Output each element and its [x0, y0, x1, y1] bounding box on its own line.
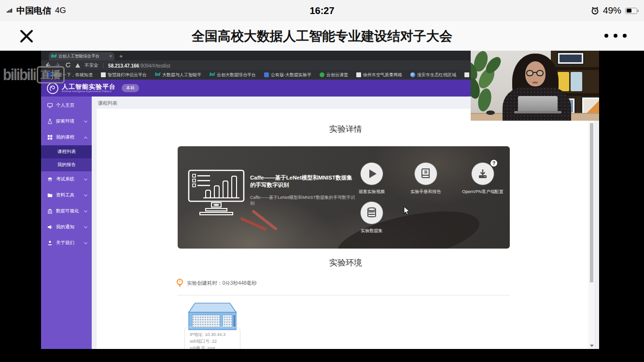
chevron-up-icon — [84, 136, 87, 139]
sidebar-item-home[interactable]: 个人主页 — [41, 97, 92, 113]
play-icon — [369, 169, 377, 178]
sidebar-item-courses[interactable]: 我的课程 — [41, 129, 92, 145]
url-address[interactable]: 58.213.47.166:9094/#/testlist — [108, 61, 170, 70]
not-secure-icon — [75, 63, 80, 68]
live-room-title: 全国高校大数据人工智能专业建设结对子大会 — [0, 28, 644, 45]
server-ip: IP地址: 10.30.44.3 — [190, 331, 235, 338]
chevron-down-icon — [84, 240, 87, 244]
server-info-card: IP地址: 10.30.44.3 ssh端口号: 22 ssh账号: root — [184, 327, 240, 349]
dataset-button[interactable] — [361, 202, 383, 224]
breadcrumb: 课程列表 — [98, 100, 117, 107]
scrollbar-thumb[interactable] — [590, 123, 593, 282]
page-favicon — [464, 72, 469, 77]
book-icon — [420, 168, 431, 180]
page-favicon — [356, 72, 361, 77]
watch-video-button[interactable] — [361, 163, 383, 185]
book-blue — [571, 72, 582, 91]
photo-frame — [557, 52, 585, 65]
laptop-base — [514, 111, 561, 113]
server-ssh-user: ssh账号: root — [190, 345, 235, 349]
sidebar-subitem-course-list[interactable]: 课程列表 — [41, 145, 92, 158]
elapsed-row: 实验创建耗时：0分3秒448毫秒 — [176, 278, 257, 288]
scrollbar-track[interactable] — [588, 109, 595, 349]
mouse-cursor — [404, 207, 410, 215]
bilibili-logo: bilibili — [3, 66, 36, 84]
sidebar-item-explore[interactable]: 探索环境 — [41, 113, 92, 129]
battery-icon — [625, 8, 637, 14]
bookmark-smart-lamp[interactable]: 智慧路灯伴侣云平台 — [101, 72, 147, 78]
help-badge[interactable]: ? — [490, 160, 497, 167]
presenter-webcam — [471, 51, 599, 121]
chart-monitor-illustration — [187, 169, 245, 217]
bookmark-huaian-ecology[interactable]: 淮安市生态红线区域 — [410, 72, 456, 78]
chevron-down-icon — [84, 119, 87, 122]
sidebar-item-data-viz[interactable]: 数据可视化 — [41, 203, 92, 219]
platform-logo-icon — [47, 83, 58, 94]
monitor-icon — [47, 103, 53, 108]
bilibili-watermark: bilibili 直播 — [3, 66, 65, 84]
sidebar-item-about[interactable]: 关于我们 — [41, 235, 92, 251]
manual-report-button[interactable] — [415, 163, 437, 185]
main-content: 课程列表 实验详情 — [92, 97, 599, 349]
course-description: Caffe——基于LeNet模型和MNIST数据集的手写数字识别 — [250, 195, 355, 206]
new-tab-icon[interactable]: + — [119, 53, 123, 60]
sidebar: 个人主页 探索环境 我的课程 课程列表 我的报告 — [41, 97, 92, 349]
experiment-env-heading: 实验环境 — [97, 257, 595, 268]
blue-favicon — [264, 72, 269, 77]
courses-submenu: 课程列表 我的报告 — [41, 145, 92, 171]
experiment-detail-heading: 实验详情 — [97, 124, 595, 135]
openvpn-config-label: OpenVPN客户端配置 — [449, 189, 510, 195]
chevron-down-icon — [84, 224, 87, 228]
book-yellow — [558, 72, 569, 91]
sidebar-item-notifications[interactable]: 我的通知 — [41, 219, 92, 235]
content-panel: 实验详情 — [97, 109, 595, 349]
laptop — [518, 96, 558, 111]
dataset-label: 实验数据集 — [338, 228, 406, 234]
chevron-down-icon — [84, 177, 87, 180]
platform-title: 人工智能实验平台 — [62, 84, 116, 90]
bulb-icon — [176, 278, 183, 288]
live-title-bar: 全国高校大数据人工智能专业建设结对子大会 — [0, 21, 644, 51]
megaphone-icon — [47, 224, 53, 230]
folder-icon — [47, 193, 53, 198]
bookmark-public-lab[interactable]: 公有版-大数据实验平 — [264, 72, 311, 78]
database-icon — [366, 207, 377, 219]
globe-favicon — [410, 72, 415, 77]
tab-close-icon[interactable]: × — [109, 54, 112, 59]
elapsed-text: 实验创建耗时：0分3秒448毫秒 — [187, 280, 257, 287]
bookmark-bigdata-ai[interactable]: bd大数据与人工智能平 — [155, 72, 201, 78]
openvpn-config-button[interactable] — [472, 163, 494, 185]
graduation-cap-icon — [47, 177, 53, 182]
reload-icon[interactable] — [65, 62, 71, 68]
bookmark-yunchuang-bigdata[interactable]: bd云创大数据综合平台 — [210, 72, 256, 78]
scrollbar-down-arrow[interactable] — [590, 345, 594, 347]
course-card: Caffe——基于LeNet模型和MNIST数据集的手写数字识别 Caffe——… — [178, 146, 510, 249]
bookmark-cloud-class[interactable]: 云创云课堂 — [320, 72, 348, 78]
url-host: 58.213.47.166 — [108, 63, 139, 69]
platform-brand: 人工智能实验平台 Artificial Intelligence Experim… — [62, 84, 116, 93]
grid-icon — [47, 135, 53, 140]
presenter-lips — [532, 82, 538, 84]
edition-badge: 本科 — [122, 84, 139, 92]
tab-title: 云创人工智能综合平台 — [58, 54, 107, 59]
sidebar-item-resources[interactable]: 资料工具 — [41, 187, 92, 203]
server-ssh-port: ssh端口号: 22 — [190, 338, 235, 345]
live-badge: 直播 — [37, 66, 65, 84]
team-icon — [47, 240, 53, 246]
bookmark-xuzhou-air[interactable]: 徐州市空气质量网格 — [356, 72, 402, 78]
live-video: bilibili 直播 bd 云创人工智能综合平台 × + — [0, 51, 644, 362]
sidebar-subitem-my-reports[interactable]: 我的报告 — [41, 158, 92, 171]
browser-tab[interactable]: bd 云创人工智能综合平台 × — [49, 52, 114, 60]
download-icon — [477, 168, 488, 179]
green-favicon — [320, 72, 324, 77]
url-path: :9094/#/testlist — [139, 63, 170, 69]
close-icon[interactable] — [18, 28, 35, 44]
platform-subtitle: Artificial Intelligence Experimental Pla… — [62, 90, 116, 93]
computer-mouse — [486, 111, 495, 115]
flask-icon — [47, 119, 53, 124]
status-bar: 中国电信 4G 16:27 49% — [0, 0, 644, 21]
divider — [178, 295, 510, 295]
tab-favicon: bd — [51, 54, 56, 58]
sidebar-item-exams[interactable]: 考试系统 — [41, 171, 92, 187]
more-menu-icon[interactable] — [604, 34, 627, 38]
